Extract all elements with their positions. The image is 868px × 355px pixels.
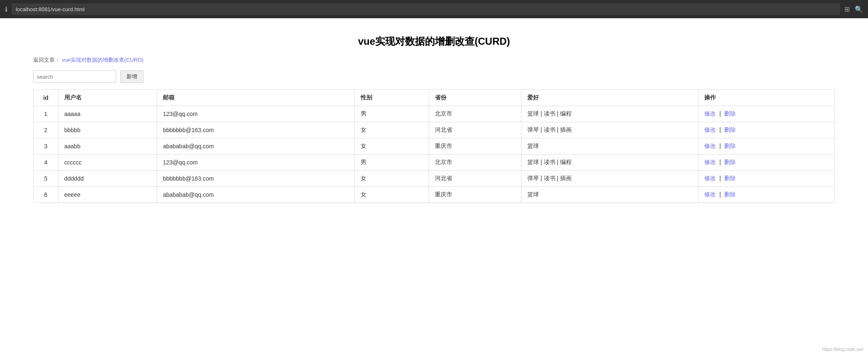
- back-link[interactable]: vue实现对数据的增删改查(CURD): [62, 56, 143, 64]
- cell-email: 123@qq.com: [157, 106, 354, 122]
- cell-email: bbbbbbb@163.com: [157, 122, 354, 138]
- address-bar[interactable]: localhost:8081/vue-curd.html: [12, 3, 840, 15]
- data-table: id 用户名 邮箱 性别 省份 爱好 操作 1 aaaaa 123@qq.com…: [33, 89, 835, 203]
- cell-gender: 女: [354, 171, 429, 187]
- cell-email: abababab@qq.com: [157, 187, 354, 203]
- col-header-gender: 性别: [354, 90, 429, 106]
- col-header-actions: 操作: [698, 90, 835, 106]
- cell-id: 4: [34, 155, 58, 171]
- edit-link[interactable]: 修改: [704, 142, 716, 149]
- delete-link[interactable]: 删除: [724, 126, 736, 133]
- col-header-hobbies: 爱好: [521, 90, 698, 106]
- col-header-province: 省份: [429, 90, 521, 106]
- cell-province: 河北省: [429, 171, 521, 187]
- action-separator: |: [719, 142, 723, 149]
- browser-toolbar: ⊞ 🔍: [844, 5, 863, 13]
- header-row: id 用户名 邮箱 性别 省份 爱好 操作: [34, 90, 835, 106]
- cell-gender: 女: [354, 122, 429, 138]
- edit-link[interactable]: 修改: [704, 191, 716, 198]
- action-separator: |: [719, 175, 723, 181]
- cell-hobbies: 篮球: [521, 138, 698, 155]
- cell-actions: 修改 | 删除: [698, 171, 835, 187]
- table-row: 3 aaabb abababab@qq.com 女 重庆市 篮球 修改 | 删除: [34, 138, 835, 155]
- add-button[interactable]: 新增: [120, 70, 143, 83]
- delete-link[interactable]: 删除: [724, 110, 736, 117]
- cell-gender: 女: [354, 187, 429, 203]
- browser-chrome: ℹ localhost:8081/vue-curd.html ⊞ 🔍: [0, 0, 868, 18]
- cell-actions: 修改 | 删除: [698, 138, 835, 155]
- cell-actions: 修改 | 删除: [698, 187, 835, 203]
- edit-link[interactable]: 修改: [704, 126, 716, 133]
- cell-hobbies: 篮球 | 读书 | 编程: [521, 106, 698, 122]
- cell-username: dddddd: [58, 171, 157, 187]
- table-row: 1 aaaaa 123@qq.com 男 北京市 篮球 | 读书 | 编程 修改…: [34, 106, 835, 122]
- cell-email: abababab@qq.com: [157, 138, 354, 155]
- cell-province: 北京市: [429, 106, 521, 122]
- cell-hobbies: 弹琴 | 读书 | 插画: [521, 171, 698, 187]
- url-text: localhost:8081/vue-curd.html: [16, 6, 85, 12]
- cell-username: aaabb: [58, 138, 157, 155]
- cell-id: 5: [34, 171, 58, 187]
- cell-gender: 女: [354, 138, 429, 155]
- cell-email: 123@qq.com: [157, 155, 354, 171]
- cell-gender: 男: [354, 155, 429, 171]
- action-separator: |: [719, 110, 723, 117]
- cell-username: cccccc: [58, 155, 157, 171]
- translate-icon[interactable]: ⊞: [844, 5, 850, 13]
- table-row: 5 dddddd bbbbbbb@163.com 女 河北省 弹琴 | 读书 |…: [34, 171, 835, 187]
- cell-actions: 修改 | 删除: [698, 106, 835, 122]
- back-link-row: 返回文章： vue实现对数据的增删改查(CURD): [33, 56, 835, 64]
- cell-id: 6: [34, 187, 58, 203]
- cell-province: 重庆市: [429, 187, 521, 203]
- delete-link[interactable]: 删除: [724, 159, 736, 165]
- delete-link[interactable]: 删除: [724, 175, 736, 181]
- cell-gender: 男: [354, 106, 429, 122]
- back-label: 返回文章：: [33, 56, 60, 64]
- cell-username: bbbbb: [58, 122, 157, 138]
- table-header: id 用户名 邮箱 性别 省份 爱好 操作: [34, 90, 835, 106]
- page-title: vue实现对数据的增删改查(CURD): [33, 35, 835, 48]
- delete-link[interactable]: 删除: [724, 191, 736, 198]
- cell-province: 河北省: [429, 122, 521, 138]
- cell-hobbies: 弹琴 | 读书 | 插画: [521, 122, 698, 138]
- search-input[interactable]: [33, 70, 116, 83]
- cell-province: 重庆市: [429, 138, 521, 155]
- action-separator: |: [719, 191, 723, 198]
- info-icon: ℹ: [5, 5, 7, 13]
- cell-email: bbbbbbb@163.com: [157, 171, 354, 187]
- cell-hobbies: 篮球 | 读书 | 编程: [521, 155, 698, 171]
- action-separator: |: [719, 159, 723, 165]
- table-row: 4 cccccc 123@qq.com 男 北京市 篮球 | 读书 | 编程 修…: [34, 155, 835, 171]
- delete-link[interactable]: 删除: [724, 142, 736, 149]
- cell-province: 北京市: [429, 155, 521, 171]
- toolbar: 新增: [33, 70, 835, 83]
- page-content: vue实现对数据的增删改查(CURD) 返回文章： vue实现对数据的增删改查(…: [0, 18, 868, 220]
- cell-username: eeeee: [58, 187, 157, 203]
- table-body: 1 aaaaa 123@qq.com 男 北京市 篮球 | 读书 | 编程 修改…: [34, 106, 835, 203]
- table-row: 6 eeeee abababab@qq.com 女 重庆市 篮球 修改 | 删除: [34, 187, 835, 203]
- cell-username: aaaaa: [58, 106, 157, 122]
- col-header-email: 邮箱: [157, 90, 354, 106]
- edit-link[interactable]: 修改: [704, 175, 716, 181]
- cell-actions: 修改 | 删除: [698, 155, 835, 171]
- cell-actions: 修改 | 删除: [698, 122, 835, 138]
- col-header-id: id: [34, 90, 58, 106]
- col-header-username: 用户名: [58, 90, 157, 106]
- cell-id: 2: [34, 122, 58, 138]
- action-separator: |: [719, 126, 723, 133]
- edit-link[interactable]: 修改: [704, 159, 716, 165]
- table-row: 2 bbbbb bbbbbbb@163.com 女 河北省 弹琴 | 读书 | …: [34, 122, 835, 138]
- cell-id: 1: [34, 106, 58, 122]
- cell-hobbies: 篮球: [521, 187, 698, 203]
- cell-id: 3: [34, 138, 58, 155]
- edit-link[interactable]: 修改: [704, 110, 716, 117]
- search-icon[interactable]: 🔍: [855, 5, 863, 13]
